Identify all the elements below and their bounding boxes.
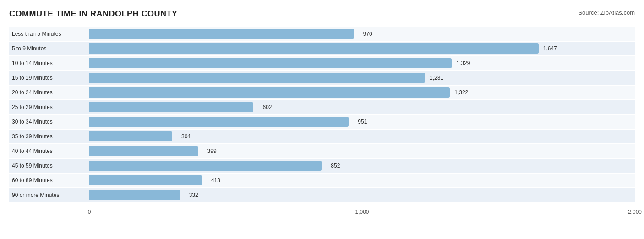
bar-fill: 413 [89,175,202,185]
tick-label: 0 [88,209,91,215]
bar-value-label: 399 [207,148,217,154]
bar-row: 5 to 9 Minutes1,647 [9,42,635,55]
x-axis: 01,0002,000 [89,205,635,218]
bar-track: 304 [89,131,635,141]
bar-value-label: 602 [262,104,272,110]
bar-row: 40 to 44 Minutes399 [9,144,635,158]
bar-fill: 951 [89,117,349,127]
bar-track: 602 [89,102,635,112]
bar-fill: 602 [89,102,253,112]
bar-fill: 1,322 [89,87,450,98]
bar-fill: 852 [89,161,322,171]
bar-track: 852 [89,161,635,171]
bar-fill: 1,647 [89,43,539,54]
axis-tick: 2,000 [635,205,644,215]
tick-line [369,205,369,207]
bar-value-label: 1,329 [456,60,470,66]
tick-label: 1,000 [355,209,369,215]
bar-value-label: 1,647 [543,45,557,52]
bar-track: 1,329 [89,58,635,68]
bar-label: 90 or more Minutes [9,192,89,198]
bar-label: 40 to 44 Minutes [9,148,89,154]
bar-row: 60 to 89 Minutes413 [9,174,635,187]
bar-fill: 399 [89,146,198,156]
bar-row: 15 to 19 Minutes1,231 [9,71,635,85]
bar-row: 10 to 14 Minutes1,329 [9,56,635,70]
bar-row: 30 to 34 Minutes951 [9,115,635,129]
bar-fill: 332 [89,190,180,200]
bar-fill: 1,231 [89,73,425,83]
bar-track: 332 [89,190,635,200]
bar-value-label: 1,322 [454,89,468,96]
bar-label: Less than 5 Minutes [9,31,89,37]
bar-track: 1,647 [89,43,635,54]
bar-row: 20 to 24 Minutes1,322 [9,86,635,99]
bar-row: 35 to 39 Minutes304 [9,130,635,143]
bar-label: 5 to 9 Minutes [9,45,89,52]
chart-header: COMMUTE TIME IN RANDOLPH COUNTY Source: … [9,9,635,19]
bar-fill: 1,329 [89,58,452,68]
bar-track: 1,231 [89,73,635,83]
bar-label: 30 to 34 Minutes [9,119,89,125]
bar-track: 951 [89,117,635,127]
bar-value-label: 332 [189,192,198,198]
bar-value-label: 1,231 [430,75,443,81]
bar-label: 45 to 59 Minutes [9,163,89,169]
bar-row: 25 to 29 Minutes602 [9,100,635,114]
bar-value-label: 304 [181,133,191,140]
chart-source: Source: ZipAtlas.com [578,9,635,16]
tick-line [642,205,642,207]
bar-track: 399 [89,146,635,156]
bar-label: 25 to 29 Minutes [9,104,89,110]
chart-title: COMMUTE TIME IN RANDOLPH COUNTY [9,9,177,19]
axis-tick: 0 [89,205,93,215]
bar-label: 10 to 14 Minutes [9,60,89,66]
bar-label: 35 to 39 Minutes [9,133,89,140]
bar-row: 45 to 59 Minutes852 [9,159,635,173]
tick-label: 2,000 [628,209,642,215]
tick-line [91,205,91,207]
bar-value-label: 951 [358,119,367,125]
bar-label: 60 to 89 Minutes [9,177,89,184]
bar-row: Less than 5 Minutes970 [9,27,635,41]
bar-fill: 304 [89,131,172,141]
bar-value-label: 413 [211,177,220,184]
bar-label: 15 to 19 Minutes [9,75,89,81]
axis-tick: 1,000 [362,205,376,215]
bar-value-label: 970 [363,31,372,37]
bar-fill: 970 [89,29,354,39]
bar-row: 90 or more Minutes332 [9,188,635,202]
bar-label: 20 to 24 Minutes [9,89,89,96]
bar-track: 413 [89,175,635,185]
bar-track: 1,322 [89,87,635,98]
chart-area: Less than 5 Minutes9705 to 9 Minutes1,64… [9,27,635,218]
bar-track: 970 [89,29,635,39]
bar-value-label: 852 [331,163,340,169]
